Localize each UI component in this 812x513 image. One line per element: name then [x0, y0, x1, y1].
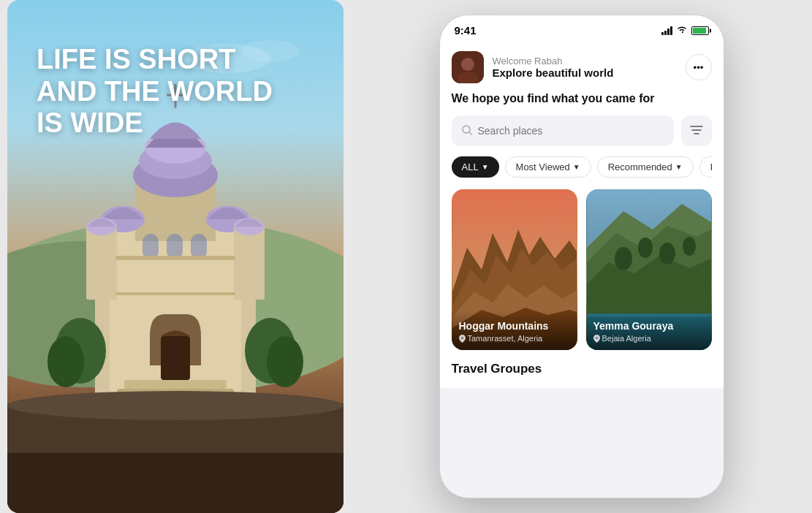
place-card-hoggar[interactable]: Hoggar Mountains Tamanrasset, Algeria	[452, 189, 577, 350]
svg-point-28	[7, 391, 344, 420]
svg-line-38	[469, 132, 471, 134]
battery-icon	[691, 26, 709, 35]
svg-rect-15	[234, 227, 265, 300]
svg-point-32	[267, 336, 303, 387]
filter-button[interactable]	[681, 115, 712, 146]
app-header: Welcome Rabah Explore beautiful world ••…	[452, 42, 712, 92]
chip-all-arrow: ▼	[482, 163, 489, 171]
chip-all[interactable]: ALL ▼	[452, 156, 499, 178]
headline: LIFE IS SHORT AND THE WORLD IS WIDE	[37, 44, 273, 140]
places-grid: Hoggar Mountains Tamanrasset, Algeria	[452, 189, 712, 350]
svg-rect-22	[115, 256, 235, 260]
tagline-text: We hope you find what you came for	[452, 92, 712, 105]
yemma-location: Bejaia Algeria	[593, 334, 705, 343]
svg-rect-21	[161, 336, 190, 380]
svg-point-58	[595, 336, 598, 339]
explore-label: Explore beautiful world	[493, 66, 614, 79]
svg-rect-33	[7, 453, 344, 513]
svg-point-54	[615, 247, 632, 270]
svg-rect-20	[191, 234, 207, 259]
svg-point-35	[461, 58, 474, 71]
wifi-icon	[676, 25, 688, 36]
svg-rect-23	[115, 292, 235, 295]
right-panel: 9:41	[351, 0, 812, 513]
yemma-overlay: Yemma Gouraya Bejaia Algeria	[586, 311, 712, 350]
avatar	[452, 51, 484, 83]
headline-line2: AND THE WORLD	[37, 76, 273, 108]
status-icons	[661, 25, 709, 36]
left-panel: LIFE IS SHORT AND THE WORLD IS WIDE	[7, 0, 344, 513]
welcome-label: Welcome Rabah	[493, 56, 614, 66]
chip-recommended-label: Recommended	[608, 162, 672, 172]
search-bar[interactable]	[452, 115, 674, 146]
travel-groups-title: Travel Groupes	[452, 362, 712, 376]
chip-all-label: ALL	[462, 162, 479, 172]
search-icon	[462, 125, 472, 137]
chip-most-viewed-arrow: ▼	[573, 163, 580, 171]
headline-line3: IS WIDE	[37, 107, 273, 140]
search-row	[452, 115, 712, 146]
chip-extra-label: Re...	[710, 162, 712, 172]
svg-rect-24	[124, 380, 227, 389]
svg-point-47	[460, 336, 463, 339]
hoggar-title: Hoggar Mountains	[459, 320, 570, 332]
place-card-yemma[interactable]: Yemma Gouraya Bejaia Algeria	[586, 189, 712, 350]
filter-icon	[690, 125, 703, 137]
yemma-title: Yemma Gouraya	[593, 320, 705, 332]
chip-recommended-arrow: ▼	[675, 163, 683, 171]
status-time: 9:41	[455, 24, 477, 37]
search-input[interactable]	[478, 125, 664, 137]
status-bar: 9:41	[440, 15, 724, 42]
svg-rect-18	[143, 234, 159, 259]
phone-mockup: 9:41	[439, 15, 724, 498]
svg-point-56	[659, 243, 675, 265]
chip-recommended[interactable]: Recommended ▼	[597, 156, 694, 178]
gray-bottom-area	[440, 388, 724, 446]
pin-icon	[459, 335, 466, 343]
svg-point-55	[638, 238, 653, 258]
chip-most-viewed-label: Most Viewed	[516, 162, 570, 172]
pin-icon-2	[593, 335, 600, 343]
svg-point-57	[683, 237, 696, 256]
more-dots-icon: •••	[694, 62, 704, 73]
chip-most-viewed[interactable]: Most Viewed ▼	[505, 156, 591, 178]
more-button[interactable]: •••	[686, 54, 712, 80]
header-text: Welcome Rabah Explore beautiful world	[493, 56, 614, 79]
filter-chips: ALL ▼ Most Viewed ▼ Recommended ▼ Re...	[452, 156, 712, 178]
svg-rect-19	[167, 234, 183, 259]
hoggar-location: Tamanrasset, Algeria	[459, 334, 570, 343]
signal-icon	[661, 26, 672, 35]
svg-point-31	[48, 336, 84, 387]
svg-rect-14	[86, 227, 117, 300]
app-content: Welcome Rabah Explore beautiful world ••…	[440, 42, 724, 388]
hoggar-overlay: Hoggar Mountains Tamanrasset, Algeria	[452, 311, 577, 350]
headline-line1: LIFE IS SHORT	[37, 44, 273, 76]
chip-extra[interactable]: Re...	[699, 156, 712, 178]
